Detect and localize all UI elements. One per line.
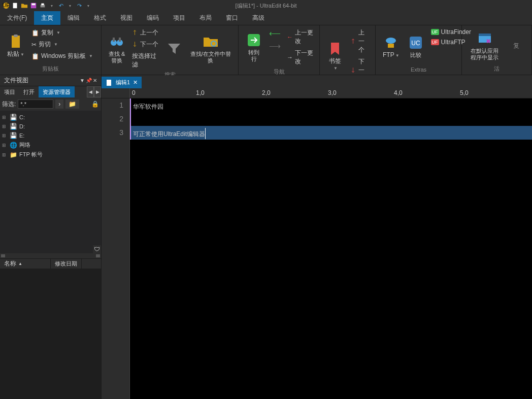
windows-clipboard-button[interactable]: 📋Windows 剪贴板▼ bbox=[29, 51, 95, 61]
ftp-button[interactable]: FTP▼ bbox=[380, 27, 403, 65]
filter-input[interactable] bbox=[18, 99, 53, 109]
lock-icon[interactable]: 🔒 bbox=[91, 101, 99, 108]
titlebar: UE ▼ ↶ ▼ ↷ ▼ [编辑1*] - UltraEdit 64-bit bbox=[0, 0, 532, 11]
code-area[interactable]: 华军软件园 可正常使用UltraEdit编辑器 bbox=[130, 98, 532, 399]
code-line[interactable] bbox=[130, 112, 532, 126]
menu-layout[interactable]: 布局 bbox=[192, 11, 219, 25]
bookmark-prev-button[interactable]: 🡑上一个 bbox=[348, 27, 371, 55]
menu-edit[interactable]: 编辑 bbox=[60, 11, 87, 25]
ftp-icon bbox=[383, 35, 399, 51]
ribbon-group-bookmark: 书签▼ 🡑上一个 🡓下一个 书签 bbox=[320, 25, 376, 75]
menu-window[interactable]: 窗口 bbox=[219, 11, 245, 25]
forward-button[interactable]: ⟶ bbox=[267, 40, 283, 52]
expand-icon[interactable]: ⊞ bbox=[2, 115, 7, 120]
tree-item-e[interactable]: ⊞💾E: bbox=[2, 131, 99, 140]
svg-rect-4 bbox=[32, 4, 36, 6]
new-file-icon[interactable] bbox=[11, 2, 19, 10]
find-next-button[interactable]: 🡓下一个 bbox=[130, 39, 160, 50]
back-button[interactable]: ⟵ bbox=[267, 27, 283, 39]
editor-content[interactable]: 1 2 3 华军软件园 可正常使用UltraEdit编辑器 bbox=[102, 98, 532, 399]
redo-dropdown-icon[interactable]: ▼ bbox=[84, 2, 92, 10]
prev-change-button[interactable]: ←上一更改 bbox=[285, 27, 315, 47]
drive-icon: 💾 bbox=[9, 114, 17, 121]
drive-icon: 💾 bbox=[9, 132, 17, 139]
expand-icon[interactable]: ⊞ bbox=[2, 133, 7, 138]
paste-label: 粘贴 bbox=[7, 50, 19, 57]
refresh-icon: 复 bbox=[508, 38, 524, 54]
print-icon[interactable] bbox=[39, 2, 47, 10]
uf-icon: UF bbox=[431, 29, 439, 35]
quick-access-toolbar: UE ▼ ↶ ▼ ↷ ▼ bbox=[0, 2, 92, 10]
code-line[interactable]: 可正常使用UltraEdit编辑器 bbox=[130, 126, 532, 140]
tab-scroll-right[interactable]: ▶ bbox=[94, 86, 101, 97]
menu-format[interactable]: 格式 bbox=[87, 11, 113, 25]
menu-advanced[interactable]: 高级 bbox=[245, 11, 272, 25]
list-col-date[interactable]: 修改日期 bbox=[51, 259, 82, 269]
window-title: [编辑1*] - UltraEdit 64-bit bbox=[235, 2, 296, 10]
filter-go-button[interactable]: › bbox=[55, 99, 63, 109]
refresh-button[interactable]: 复 bbox=[505, 27, 527, 64]
tree-item-d[interactable]: ⊞💾D: bbox=[2, 122, 99, 131]
open-folder-icon[interactable] bbox=[20, 2, 28, 10]
goto-line-button[interactable]: 转到行 bbox=[243, 27, 265, 67]
copy-icon: 📋 bbox=[31, 29, 39, 37]
list-col-name[interactable]: 名称▲ bbox=[0, 259, 51, 269]
show-in-default-button[interactable]: 在默认应用程序中显示 bbox=[466, 27, 503, 64]
editor-tab-bar: 编辑1 ✕ bbox=[102, 75, 532, 88]
code-line[interactable]: 华军软件园 bbox=[130, 98, 532, 112]
app-window-icon bbox=[477, 30, 493, 47]
bookmark-up-icon: 🡑 bbox=[350, 38, 356, 45]
editor-area: 编辑1 ✕ 0 1,0 2,0 3,0 4,0 5,0 1 2 3 华军软件园 bbox=[102, 75, 532, 399]
bookmark-down-icon: 🡓 bbox=[350, 67, 356, 74]
sidebar-close-icon[interactable]: ✕ bbox=[93, 78, 97, 83]
uftp-icon: UF bbox=[431, 39, 439, 45]
tree-item-c[interactable]: ⊞💾C: bbox=[2, 113, 99, 122]
filter-folder-button[interactable]: 📁 bbox=[65, 99, 79, 109]
binoculars-icon bbox=[109, 34, 125, 50]
find-in-files-button[interactable]: 查找/在文件中替换 bbox=[187, 27, 234, 70]
tree-scrollbar[interactable] bbox=[0, 253, 101, 258]
svg-rect-12 bbox=[119, 38, 121, 42]
sidebar-tab-project[interactable]: 项目 bbox=[0, 86, 19, 97]
compare-button[interactable]: UC 比较 bbox=[405, 27, 427, 65]
redo-icon[interactable]: ↷ bbox=[75, 2, 83, 10]
find-replace-button[interactable]: 查找 & 替换 bbox=[106, 27, 128, 70]
cut-button[interactable]: ✂剪切▼ bbox=[29, 39, 95, 50]
print-dropdown-icon[interactable]: ▼ bbox=[48, 2, 56, 10]
copy-button[interactable]: 📋复制▼ bbox=[29, 27, 95, 38]
sidebar-tab-open[interactable]: 打开 bbox=[19, 86, 39, 97]
bookmark-icon bbox=[327, 41, 343, 57]
next-change-button[interactable]: →下一更改 bbox=[285, 48, 315, 67]
ribbon-group-clipboard: 粘贴▼ 📋复制▼ ✂剪切▼ 📋Windows 剪贴板▼ 剪贴板 bbox=[0, 25, 102, 75]
menu-file[interactable]: 文件(F) bbox=[0, 11, 34, 25]
menu-view[interactable]: 视图 bbox=[113, 11, 140, 25]
tab-close-icon[interactable]: ✕ bbox=[133, 79, 138, 86]
shield-icon: 🛡 bbox=[93, 245, 101, 253]
app-icon: UE bbox=[2, 2, 10, 10]
menu-project[interactable]: 项目 bbox=[166, 11, 192, 25]
clipboard-group-label: 剪贴板 bbox=[4, 64, 97, 73]
tree-item-ftp[interactable]: ⊞📁FTP 帐号 bbox=[2, 150, 99, 159]
extras-group-label: Extras bbox=[380, 65, 457, 73]
tab-scroll-left[interactable]: ◀ bbox=[87, 86, 94, 97]
expand-icon[interactable]: ⊞ bbox=[2, 143, 7, 148]
tree-item-network[interactable]: ⊞🌐网络 bbox=[2, 140, 99, 150]
line-number: 2 bbox=[102, 112, 129, 126]
undo-dropdown-icon[interactable]: ▼ bbox=[66, 2, 74, 10]
find-prev-button[interactable]: 🡑上一个 bbox=[130, 27, 160, 38]
menu-home[interactable]: 主页 bbox=[34, 11, 60, 25]
filter-button[interactable] bbox=[163, 27, 185, 70]
list-body bbox=[0, 269, 101, 399]
undo-icon[interactable]: ↶ bbox=[57, 2, 65, 10]
sidebar-tab-explorer[interactable]: 资源管理器 bbox=[39, 86, 75, 97]
svg-rect-6 bbox=[41, 4, 44, 6]
clipboard-icon: 📋 bbox=[31, 53, 39, 60]
editor-tab[interactable]: 编辑1 ✕ bbox=[102, 77, 142, 88]
save-icon[interactable] bbox=[29, 2, 38, 10]
expand-icon[interactable]: ⊞ bbox=[2, 152, 7, 157]
menu-encoding[interactable]: 编码 bbox=[140, 11, 166, 25]
sidebar-dropdown-icon[interactable]: ▼ bbox=[80, 78, 85, 83]
sidebar-pin-icon[interactable]: 📌 bbox=[86, 78, 92, 83]
expand-icon[interactable]: ⊞ bbox=[2, 124, 7, 129]
paste-button[interactable]: 粘贴▼ bbox=[4, 27, 27, 64]
